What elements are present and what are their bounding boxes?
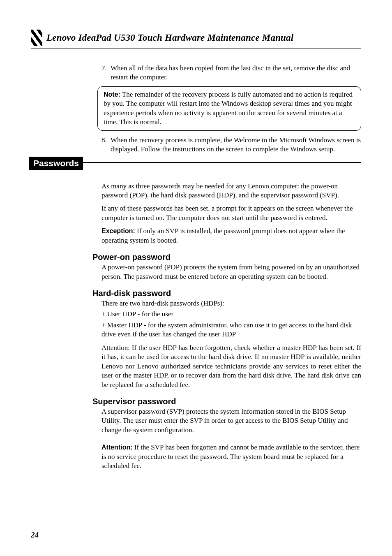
section-title: Passwords — [29, 157, 83, 170]
note-text: The remainder of the recovery process is… — [104, 90, 353, 126]
list-item: + User HDP - for the user — [101, 310, 361, 319]
document-title: Lenovo IdeaPad U530 Touch Hardware Maint… — [46, 32, 293, 43]
list-item: 8. When the recovery process is complete… — [101, 136, 361, 154]
section-header-row: Passwords — [31, 157, 361, 170]
note-label: Note: — [104, 91, 120, 98]
paragraph: Attention: If the SVP has been forgotten… — [101, 443, 361, 470]
list-text: When the recovery process is complete, t… — [111, 136, 361, 154]
exception-label: Exception: — [101, 227, 135, 234]
section-rule — [83, 162, 361, 163]
subsection-harddisk: Hard-disk password There are two hard-di… — [92, 289, 361, 389]
attention-text: If the SVP has been forgotten and cannot… — [101, 443, 360, 470]
paragraph: There are two hard-disk passwords (HDPs)… — [101, 299, 361, 308]
paragraph: If any of these passwords has been set, … — [101, 204, 361, 222]
subsection-heading: Supervisor password — [92, 397, 361, 406]
subsection-poweron: Power-on password A power-on password (P… — [92, 253, 361, 281]
list-item: + Master HDP - for the system administra… — [101, 321, 361, 339]
list-number: 8. — [101, 136, 111, 154]
page-header: Lenovo IdeaPad U530 Touch Hardware Maint… — [31, 30, 361, 49]
exception-text: If only an SVP is installed, the passwor… — [101, 227, 345, 244]
brand-logo-icon — [31, 30, 42, 46]
list-item: 7. When all of the data has been copied … — [101, 64, 361, 82]
page-number: 24 — [31, 531, 39, 540]
paragraph: A supervisor password (SVP) protects the… — [101, 407, 361, 435]
top-content-block: 7. When all of the data has been copied … — [101, 64, 361, 154]
list-number: 7. — [101, 64, 111, 82]
paragraph: As many as three passwords may be needed… — [101, 182, 361, 200]
section-intro: As many as three passwords may be needed… — [101, 182, 361, 246]
attention-label: Attention: — [101, 444, 133, 451]
subsection-supervisor: Supervisor password A supervisor passwor… — [92, 397, 361, 471]
subsection-heading: Hard-disk password — [92, 289, 361, 298]
list-text: When all of the data has been copied fro… — [111, 64, 361, 82]
paragraph: Attention: If the user HDP has been forg… — [101, 343, 361, 389]
paragraph: Exception: If only an SVP is installed, … — [101, 227, 361, 245]
subsection-heading: Power-on password — [92, 253, 361, 262]
note-callout: Note: The remainder of the recovery proc… — [97, 86, 361, 131]
paragraph: A power-on password (POP) protects the s… — [101, 263, 361, 281]
